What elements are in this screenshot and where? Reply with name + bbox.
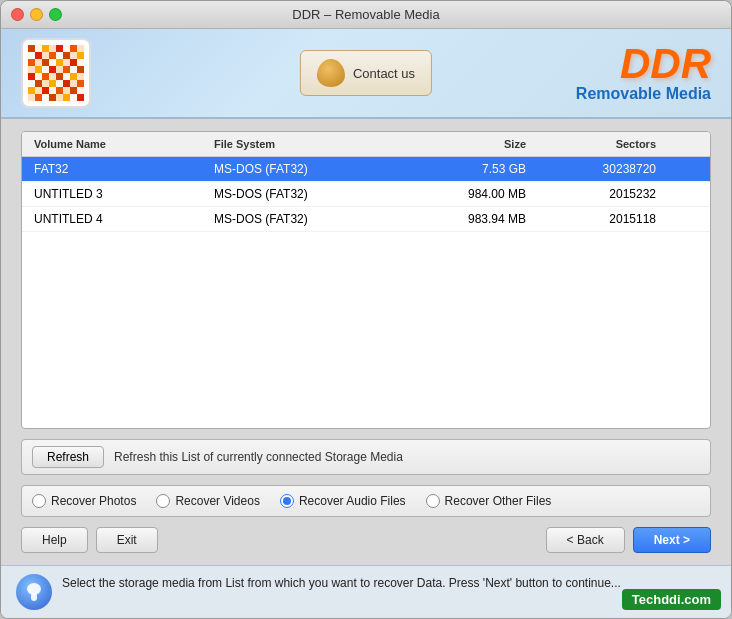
volumes-table: Volume Name File System Size Sectors FAT… <box>21 131 711 429</box>
recovery-type-group: Recover Photos Recover Videos Recover Au… <box>21 485 711 517</box>
main-window: DDR – Removable Media Contact us DDR Rem… <box>0 0 732 619</box>
radio-label-videos: Recover Videos <box>175 494 260 508</box>
info-message: Select the storage media from List from … <box>62 574 716 592</box>
checkerboard-logo <box>28 45 84 101</box>
cell-sectors: 2015232 <box>530 185 660 203</box>
col-header-size: Size <box>410 136 530 152</box>
col-header-sectors: Sectors <box>530 136 660 152</box>
title-bar: DDR – Removable Media <box>1 1 731 29</box>
radio-label-other: Recover Other Files <box>445 494 552 508</box>
cell-size: 7.53 GB <box>410 160 530 178</box>
contact-us-button[interactable]: Contact us <box>300 50 432 96</box>
radio-circle-photos <box>32 494 46 508</box>
radio-item-videos[interactable]: Recover Videos <box>156 494 260 508</box>
contact-icon <box>317 59 345 87</box>
watermark-badge: Techddi.com <box>622 589 721 610</box>
radio-item-audio[interactable]: Recover Audio Files <box>280 494 406 508</box>
cell-volume: UNTITLED 3 <box>30 185 210 203</box>
radio-circle-videos <box>156 494 170 508</box>
refresh-description: Refresh this List of currently connected… <box>114 450 403 464</box>
close-button[interactable] <box>11 8 24 21</box>
cell-volume: UNTITLED 4 <box>30 210 210 228</box>
refresh-button[interactable]: Refresh <box>32 446 104 468</box>
exit-button[interactable]: Exit <box>96 527 158 553</box>
cell-filesystem: MS-DOS (FAT32) <box>210 210 410 228</box>
cell-sectors: 2015118 <box>530 210 660 228</box>
cell-filesystem: MS-DOS (FAT32) <box>210 185 410 203</box>
cell-volume: FAT32 <box>30 160 210 178</box>
table-row[interactable]: UNTITLED 3 MS-DOS (FAT32) 984.00 MB 2015… <box>22 182 710 207</box>
maximize-button[interactable] <box>49 8 62 21</box>
refresh-bar: Refresh Refresh this List of currently c… <box>21 439 711 475</box>
info-bar: Select the storage media from List from … <box>1 565 731 618</box>
window-controls <box>11 8 62 21</box>
main-content: Volume Name File System Size Sectors FAT… <box>1 119 731 565</box>
contact-button-label: Contact us <box>353 66 415 81</box>
brand-subtitle: Removable Media <box>576 85 711 103</box>
radio-circle-other <box>426 494 440 508</box>
col-header-filesystem: File System <box>210 136 410 152</box>
help-button[interactable]: Help <box>21 527 88 553</box>
cell-filesystem: MS-DOS (FAT32) <box>210 160 410 178</box>
table-row[interactable]: FAT32 MS-DOS (FAT32) 7.53 GB 30238720 <box>22 157 710 182</box>
button-bar: Help Exit < Back Next > <box>21 527 711 553</box>
brand-area: DDR Removable Media <box>576 43 711 103</box>
minimize-button[interactable] <box>30 8 43 21</box>
radio-label-audio: Recover Audio Files <box>299 494 406 508</box>
radio-circle-audio <box>280 494 294 508</box>
back-button[interactable]: < Back <box>546 527 625 553</box>
cell-sectors: 30238720 <box>530 160 660 178</box>
table-header: Volume Name File System Size Sectors <box>22 132 710 157</box>
app-logo <box>21 38 91 108</box>
radio-item-other[interactable]: Recover Other Files <box>426 494 552 508</box>
radio-item-photos[interactable]: Recover Photos <box>32 494 136 508</box>
cell-size: 984.00 MB <box>410 185 530 203</box>
header: Contact us DDR Removable Media <box>1 29 731 119</box>
table-body: FAT32 MS-DOS (FAT32) 7.53 GB 30238720 UN… <box>22 157 710 337</box>
radio-label-photos: Recover Photos <box>51 494 136 508</box>
brand-title: DDR <box>576 43 711 85</box>
cell-size: 983.94 MB <box>410 210 530 228</box>
info-icon <box>16 574 52 610</box>
col-header-volume: Volume Name <box>30 136 210 152</box>
window-title: DDR – Removable Media <box>292 7 439 22</box>
table-row[interactable]: UNTITLED 4 MS-DOS (FAT32) 983.94 MB 2015… <box>22 207 710 232</box>
svg-rect-1 <box>31 593 37 601</box>
next-button[interactable]: Next > <box>633 527 711 553</box>
